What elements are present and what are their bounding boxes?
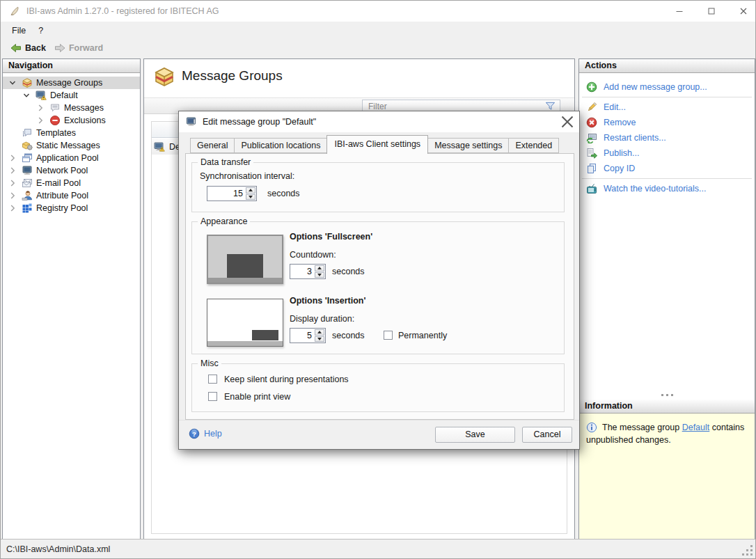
chevron-right-icon[interactable] (7, 190, 18, 201)
action-copy-id[interactable]: Copy ID (579, 161, 755, 176)
spin-up-button[interactable] (315, 265, 324, 271)
default-group-icon (36, 90, 47, 101)
filter-input[interactable] (363, 102, 545, 111)
maximize-button[interactable] (691, 1, 723, 22)
tree-item-e-mail-pool[interactable]: E-mail Pool (3, 177, 140, 189)
permanently-label: Permanently (398, 331, 447, 340)
checkbox-label: Enable print view (224, 392, 290, 402)
display-duration-input[interactable] (290, 329, 314, 343)
remove-icon (586, 117, 597, 128)
tree-item-messages[interactable]: Messages (3, 102, 140, 114)
display-duration-spinner (290, 328, 326, 343)
countdown-input[interactable] (290, 265, 314, 278)
chevron-right-icon[interactable] (35, 102, 46, 113)
tree-item-message-groups[interactable]: Message Groups (3, 77, 140, 89)
action-watch-the-video-tutorials[interactable]: Watch the video-tutorials... (579, 181, 755, 196)
tree-item-attribute-pool[interactable]: Attribute Pool (3, 189, 140, 202)
tab-ibi-aws-client-settings[interactable]: IBI-aws Client settings (326, 135, 428, 154)
action-label: Publish... (604, 148, 639, 158)
sync-interval-input[interactable] (207, 187, 245, 200)
tab-extended[interactable]: Extended (509, 138, 559, 153)
edit-icon (586, 102, 597, 113)
minimize-icon (674, 6, 685, 17)
action-edit[interactable]: Edit... (579, 100, 755, 115)
forward-label: Forward (69, 43, 103, 53)
help-label: Help (204, 429, 222, 439)
countdown-label: Countdown: (290, 250, 336, 260)
chevron-right-icon[interactable] (7, 152, 18, 164)
tree-item-exclusions[interactable]: Exclusions (3, 114, 140, 127)
tree-item-registry-pool[interactable]: Registry Pool (3, 202, 140, 214)
checkbox-label: Keep silent during presentations (224, 375, 349, 384)
actions-list: Add new message group...Edit...RemoveRes… (579, 73, 755, 196)
menu-item-help[interactable]: ? (32, 24, 49, 38)
splitter-gripper[interactable] (579, 394, 755, 396)
chevron-right-icon[interactable] (7, 165, 18, 176)
help-link[interactable]: ? Help (189, 428, 222, 439)
fullscreen-preview (207, 235, 283, 284)
countdown-spinner (290, 264, 326, 279)
chevron-right-icon[interactable] (7, 178, 18, 189)
action-label: Edit... (604, 102, 626, 112)
video-tutorials-icon (586, 183, 597, 194)
tree-item-label: Attribute Pool (36, 191, 88, 200)
close-button[interactable] (723, 1, 755, 22)
tree-item-templates[interactable]: Templates (3, 127, 140, 139)
chevron-right-icon[interactable] (35, 115, 46, 126)
messages-icon (49, 102, 61, 113)
window-title: IBI-aws Admin 1.27.0 - registered for IB… (26, 6, 219, 16)
forward-button[interactable]: Forward (50, 40, 107, 56)
minimize-button[interactable] (659, 1, 691, 22)
resize-grip-icon[interactable] (743, 546, 753, 556)
default-group-link[interactable]: Default (682, 423, 710, 432)
tree-item-label: Application Pool (36, 153, 99, 163)
spin-down-button[interactable] (315, 336, 324, 343)
navigation-tree: Message GroupsDefaultMessagesExclusionsT… (3, 73, 140, 214)
spin-up-button[interactable] (315, 329, 324, 336)
checkbox-enable-print-view[interactable] (208, 392, 217, 401)
appearance-legend: Appearance (198, 216, 250, 226)
cancel-button[interactable]: Cancel (522, 427, 572, 443)
expander-spacer (7, 140, 18, 151)
action-publish[interactable]: Publish... (579, 145, 755, 161)
action-restart-clients[interactable]: Restart clients... (579, 130, 755, 145)
menu-item-file[interactable]: File (6, 24, 32, 38)
filter-icon[interactable] (545, 101, 556, 111)
back-button[interactable]: Back (6, 40, 50, 56)
permanently-checkbox[interactable] (384, 331, 393, 340)
edit-message-group-dialog: Edit message group "Default" GeneralPubl… (178, 111, 580, 450)
tab-message-settings[interactable]: Message settings (428, 138, 509, 153)
back-arrow-icon (10, 42, 22, 54)
add-icon (586, 81, 597, 93)
dialog-footer: ? Help Save Cancel (179, 420, 579, 449)
action-label: Watch the video-tutorials... (604, 184, 707, 194)
window-controls (659, 1, 755, 22)
tree-item-static-messages[interactable]: Static Messages (3, 139, 140, 152)
static-messages-icon (22, 140, 33, 151)
dialog-close-button[interactable] (556, 111, 579, 132)
chevron-down-icon[interactable] (21, 90, 32, 101)
action-remove[interactable]: Remove (579, 115, 755, 130)
tab-general[interactable]: General (190, 138, 235, 153)
tree-item-default[interactable]: Default (3, 89, 140, 102)
chevron-down-icon[interactable] (7, 77, 18, 88)
spin-down-button[interactable] (246, 194, 255, 200)
chevron-right-icon[interactable] (7, 203, 18, 214)
nav-toolbar: Back Forward (1, 40, 755, 56)
tree-item-application-pool[interactable]: Application Pool (3, 152, 140, 164)
spin-down-button[interactable] (315, 272, 324, 278)
checkbox-keep-silent-during-presentations[interactable] (208, 375, 217, 384)
action-label: Remove (604, 118, 636, 127)
tree-item-network-pool[interactable]: Network Pool (3, 164, 140, 177)
spin-up-button[interactable] (246, 187, 255, 194)
information-header: Information (579, 400, 755, 414)
misc-legend: Misc (198, 359, 221, 368)
info-icon (586, 422, 597, 433)
data-file-path: C:\IBI-aws\Admin\Data.xml (6, 544, 110, 554)
exclusions-icon (49, 115, 61, 126)
tree-item-label: Messages (64, 103, 104, 113)
save-button[interactable]: Save (435, 427, 515, 443)
tab-publication-locations[interactable]: Publication locations (235, 138, 327, 153)
navigation-panel: Navigation Message GroupsDefaultMessages… (2, 58, 141, 540)
action-add-new-message-group[interactable]: Add new message group... (579, 79, 755, 95)
